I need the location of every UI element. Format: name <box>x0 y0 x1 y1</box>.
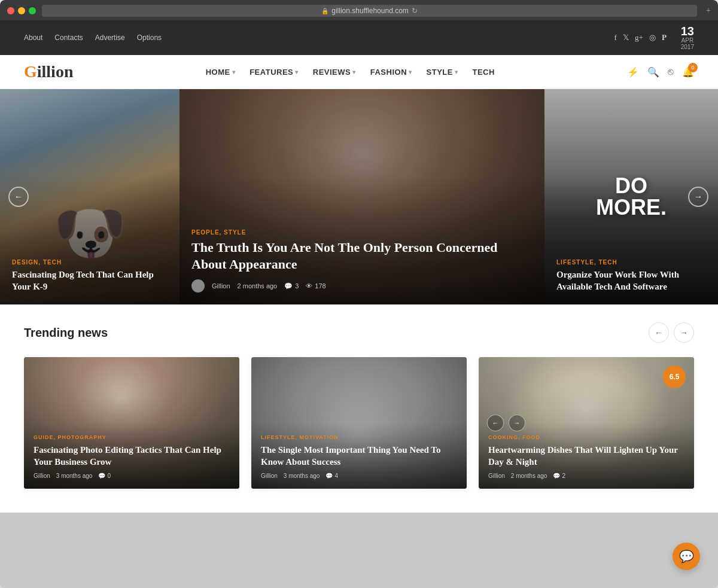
card-motivation-meta: Gillion 3 months ago 💬 4 <box>261 473 457 479</box>
hero-right-tags: LIFESTYLE, TECH <box>556 259 706 266</box>
social-icons: f 𝕏 g+ ◎ 𝐏 <box>614 33 667 42</box>
card-photo-content: GUIDE, PHOTOGRAPHY Fascinating Photo Edi… <box>24 425 239 489</box>
card-motivation-content: LIFESTYLE, MOTIVATION The Single Most Im… <box>251 425 467 489</box>
hero-avatar <box>191 279 205 293</box>
topbar-contacts[interactable]: Contacts <box>54 33 83 42</box>
nav-tech[interactable]: TECH <box>472 68 494 77</box>
hero-slide-center[interactable]: PEOPLE, STYLE The Truth Is You Are Not T… <box>180 89 544 304</box>
card-motivation-comments: 💬 4 <box>325 473 338 479</box>
card-motivation-tags: LIFESTYLE, MOTIVATION <box>261 434 457 440</box>
hero-views: 👁 178 <box>306 282 325 290</box>
top-bar: About Contacts Advertise Options f 𝕏 g+ … <box>0 20 718 55</box>
home-caret: ▾ <box>232 69 236 75</box>
topbar-nav: About Contacts Advertise Options <box>24 33 162 42</box>
hero-left-title: Fascinating Dog Tech That Can Help Your … <box>12 269 168 293</box>
hero-center-meta: Gillion 2 months ago 💬 3 👁 178 <box>191 279 533 293</box>
trending-section: Trending news ← → GUIDE, PHOTOGRAPHY Fas… <box>0 304 718 513</box>
hero-prev-button[interactable]: ← <box>8 187 29 207</box>
nav-style[interactable]: STYLE ▾ <box>427 68 458 77</box>
hero-author: Gillion <box>212 282 230 290</box>
fashion-caret: ▾ <box>409 69 412 75</box>
card-food-title: Heartwarming Dishes That Will Lighten Up… <box>488 444 684 468</box>
card-food[interactable]: 6.5 ← → COOKING, FOOD Heartwarming Dishe… <box>479 357 694 489</box>
hero-center-content: PEOPLE, STYLE The Truth Is You Are Not T… <box>191 229 533 293</box>
hero-slide-right[interactable]: DO MORE. → LIFESTYLE, TECH Organize Your… <box>544 89 718 304</box>
minimize-dot[interactable] <box>18 7 25 14</box>
food-rating-badge: 6.5 <box>663 365 686 388</box>
card-photo-tags: GUIDE, PHOTOGRAPHY <box>34 434 230 440</box>
pinterest-icon[interactable]: 𝐏 <box>662 33 667 42</box>
hero-comments: 💬 3 <box>284 282 299 290</box>
hero-center-tags: PEOPLE, STYLE <box>191 229 533 236</box>
instagram-icon[interactable]: ◎ <box>649 33 656 42</box>
topbar-about[interactable]: About <box>24 33 42 42</box>
notifications-button[interactable]: 🔔 0 <box>682 66 694 78</box>
card-motivation[interactable]: LIFESTYLE, MOTIVATION The Single Most Im… <box>251 357 467 489</box>
hero-center-title: The Truth Is You Are Not The Only Person… <box>191 239 533 273</box>
date-display: 13 APR 2017 <box>681 25 694 50</box>
card-photo[interactable]: GUIDE, PHOTOGRAPHY Fascinating Photo Edi… <box>24 357 239 489</box>
search-icon[interactable]: 🔍 <box>647 66 659 78</box>
address-bar[interactable]: 🔒 gillion.shufflehound.com ↻ <box>42 5 697 17</box>
googleplus-icon[interactable]: g+ <box>635 33 643 42</box>
facebook-icon[interactable]: f <box>614 33 617 42</box>
chat-button[interactable]: 💬 <box>673 543 700 570</box>
food-card-prev[interactable]: ← <box>487 415 504 431</box>
browser-chrome: 🔒 gillion.shufflehound.com ↻ + <box>0 0 718 20</box>
trending-prev-button[interactable]: ← <box>649 322 669 343</box>
hero-left-tags: DESIGN, TECH <box>12 259 168 266</box>
logo-text: illion <box>37 62 74 81</box>
card-food-comments: 💬 2 <box>553 473 565 479</box>
main-nav: HOME ▾ FEATURES ▾ REVIEWS ▾ FASHION ▾ ST… <box>206 68 495 77</box>
header-icons: ⚡ 🔍 ⎋ 🔔 0 <box>627 66 694 78</box>
trending-title: Trending news <box>24 326 108 340</box>
card-food-meta: Gillion 2 months ago 💬 2 <box>488 473 684 479</box>
nav-home[interactable]: HOME ▾ <box>206 68 236 77</box>
expand-icon[interactable]: + <box>706 6 711 16</box>
nav-fashion[interactable]: FASHION ▾ <box>370 68 412 77</box>
lock-icon: 🔒 <box>321 8 328 14</box>
trending-next-button[interactable]: → <box>674 322 694 343</box>
url-text: gillion.shufflehound.com <box>331 7 409 15</box>
food-card-next[interactable]: → <box>509 415 525 431</box>
card-motivation-title: The Single Most Important Thing You Need… <box>261 444 457 468</box>
topbar-advertise[interactable]: Advertise <box>95 33 125 42</box>
hero-time: 2 months ago <box>238 282 278 290</box>
twitter-icon[interactable]: 𝕏 <box>623 33 629 42</box>
do-more-text: DO MORE. <box>588 175 675 218</box>
share-icon[interactable]: ⎋ <box>668 66 674 77</box>
date-month: APR <box>682 37 694 44</box>
hero-right-title: Organize Your Work Flow With Available T… <box>556 269 706 293</box>
style-caret: ▾ <box>455 69 458 75</box>
hero-left-content: DESIGN, TECH Fascinating Dog Tech That C… <box>12 259 168 293</box>
hero-slide-left[interactable]: ← DESIGN, TECH Fascinating Dog Tech That… <box>0 89 180 304</box>
card-photo-time: 3 months ago <box>56 473 93 479</box>
card-photo-image: GUIDE, PHOTOGRAPHY Fascinating Photo Edi… <box>24 357 239 489</box>
food-card-nav: ← → <box>487 415 525 431</box>
site-logo[interactable]: Gillion <box>24 62 73 81</box>
topbar-right: f 𝕏 g+ ◎ 𝐏 13 APR 2017 <box>614 25 694 50</box>
card-motivation-image: LIFESTYLE, MOTIVATION The Single Most Im… <box>251 357 467 489</box>
hero-next-button[interactable]: → <box>688 187 708 207</box>
topbar-options[interactable]: Options <box>137 33 162 42</box>
features-caret: ▾ <box>295 69 299 75</box>
logo-g: G <box>24 62 37 81</box>
hero-section: ← DESIGN, TECH Fascinating Dog Tech That… <box>0 89 718 304</box>
card-food-tags: COOKING, FOOD <box>488 434 684 440</box>
lightning-icon[interactable]: ⚡ <box>627 66 639 78</box>
browser-dots <box>7 7 36 14</box>
cards-grid: GUIDE, PHOTOGRAPHY Fascinating Photo Edi… <box>24 357 694 489</box>
card-motivation-author: Gillion <box>261 473 278 479</box>
close-dot[interactable] <box>7 7 14 14</box>
card-food-image: 6.5 ← → COOKING, FOOD Heartwarming Dishe… <box>479 357 694 489</box>
reviews-caret: ▾ <box>352 69 356 75</box>
date-day: 13 <box>681 25 694 37</box>
refresh-button[interactable]: ↻ <box>412 7 418 15</box>
card-photo-author: Gillion <box>34 473 50 479</box>
card-food-author: Gillion <box>488 473 505 479</box>
nav-reviews[interactable]: REVIEWS ▾ <box>313 68 356 77</box>
trending-header: Trending news ← → <box>24 322 694 343</box>
nav-features[interactable]: FEATURES ▾ <box>250 68 299 77</box>
card-photo-comments: 💬 0 <box>98 473 111 479</box>
fullscreen-dot[interactable] <box>29 7 36 14</box>
